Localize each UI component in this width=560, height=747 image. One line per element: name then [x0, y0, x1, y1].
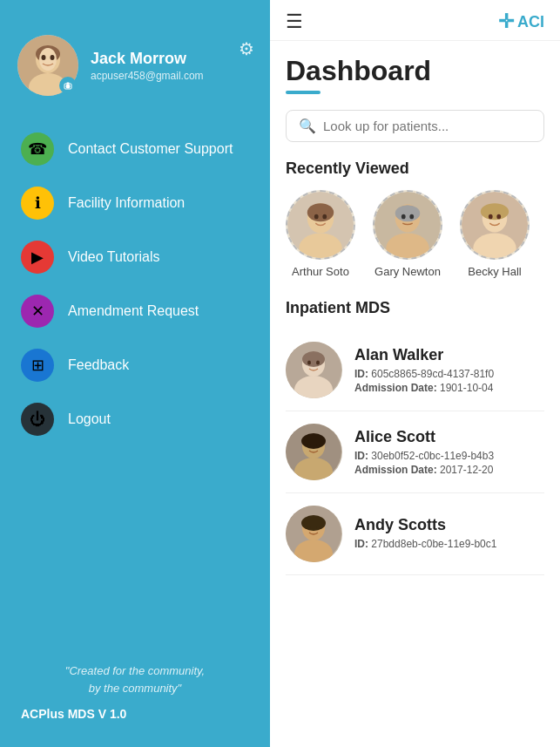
logo-text: ACI	[517, 13, 544, 31]
svg-point-21	[409, 214, 414, 220]
recently-viewed-title: Recently Viewed	[286, 160, 544, 178]
patient-admission: Admission Date: 2017-12-20	[354, 464, 544, 476]
svg-point-5	[42, 55, 46, 60]
search-input[interactable]	[323, 119, 531, 133]
contact-support-icon: ☎	[21, 132, 54, 166]
main-content-area: ☰ ✛ ACI Dashboard 🔍 Recently Viewed	[270, 0, 560, 747]
rv-avatar-gary	[373, 190, 442, 260]
recently-viewed-item[interactable]: Gary Newton	[373, 190, 442, 278]
svg-point-4	[39, 48, 57, 71]
facility-info-icon: ℹ	[21, 187, 54, 220]
sidebar: Jack Morrow acpuser458@gmail.com ⚙ ☎ Con…	[0, 0, 270, 747]
sidebar-version: ACPlus MDS V 1.0	[21, 707, 249, 721]
patient-card[interactable]: Alan Walker ID: 605c8865-89cd-4137-81f0 …	[286, 329, 544, 411]
profile-email: acpuser458@gmail.com	[91, 70, 253, 82]
sidebar-item-amendment-request[interactable]: ✕ Amendment Request	[0, 284, 270, 338]
sidebar-profile: Jack Morrow acpuser458@gmail.com ⚙	[0, 0, 270, 113]
svg-point-39	[316, 443, 320, 447]
avatar[interactable]	[17, 35, 78, 96]
sidebar-nav: ☎ Contact Customer Support ℹ Facility In…	[0, 113, 270, 645]
svg-point-33	[316, 361, 320, 365]
patient-name: Alice Scott	[354, 428, 544, 446]
svg-point-45	[316, 525, 320, 529]
patient-info-andy: Andy Scotts ID: 27bdd8eb-c0be-11e9-b0c1	[354, 516, 544, 552]
svg-point-27	[496, 214, 501, 220]
svg-point-12	[307, 203, 334, 221]
logout-icon: ⏻	[21, 403, 54, 436]
svg-rect-9	[67, 83, 70, 85]
patient-card[interactable]: Andy Scotts ID: 27bdd8eb-c0be-11e9-b0c1	[286, 493, 544, 575]
inpatient-section: Inpatient MDS Alan Walker	[286, 299, 544, 575]
svg-point-14	[314, 214, 319, 220]
logout-label: Logout	[68, 411, 111, 427]
svg-point-26	[489, 214, 493, 220]
patient-avatar-alan	[286, 342, 342, 398]
rv-name-gary: Gary Newton	[374, 265, 441, 278]
svg-point-43	[301, 515, 326, 531]
sidebar-item-logout[interactable]: ⏻ Logout	[0, 392, 270, 446]
svg-point-7	[66, 85, 71, 89]
profile-info: Jack Morrow acpuser458@gmail.com	[91, 50, 253, 82]
rv-name-becky: Becky Hall	[468, 265, 521, 278]
sidebar-item-facility-info[interactable]: ℹ Facility Information	[0, 176, 270, 230]
rv-avatar-becky	[460, 190, 530, 260]
patient-card[interactable]: Alice Scott ID: 30eb0f52-c0bc-11e9-b4b3 …	[286, 411, 544, 493]
patient-name: Andy Scotts	[354, 516, 544, 534]
patient-name: Alan Walker	[354, 346, 544, 364]
main-panel: Dashboard 🔍 Recently Viewed	[270, 41, 560, 589]
sidebar-item-video-tutorials[interactable]: ▶ Video Tutorials	[0, 230, 270, 284]
patient-admission: Admission Date: 1901-10-04	[354, 382, 544, 394]
logo-cross-icon: ✛	[498, 10, 514, 33]
patient-avatar-alice	[286, 424, 342, 480]
page-title: Dashboard	[286, 55, 544, 87]
inpatient-title: Inpatient MDS	[286, 299, 544, 317]
patient-info-alice: Alice Scott ID: 30eb0f52-c0bc-11e9-b4b3 …	[354, 428, 544, 476]
logo: ✛ ACI	[498, 10, 544, 33]
topbar: ☰ ✛ ACI	[270, 0, 560, 41]
svg-point-6	[51, 55, 55, 60]
amendment-request-label: Amendment Request	[68, 303, 199, 319]
amendment-request-icon: ✕	[21, 295, 54, 328]
svg-point-24	[481, 203, 509, 220]
feedback-label: Feedback	[68, 357, 129, 373]
patient-id: ID: 27bdd8eb-c0be-11e9-b0c1	[354, 538, 544, 550]
patient-avatar-andy	[286, 506, 342, 562]
search-bar[interactable]: 🔍	[286, 110, 544, 142]
patient-info-alan: Alan Walker ID: 605c8865-89cd-4137-81f0 …	[354, 346, 544, 394]
rv-avatar-arthur	[286, 190, 355, 260]
camera-icon[interactable]	[59, 77, 77, 94]
patient-id: ID: 605c8865-89cd-4137-81f0	[354, 368, 544, 380]
video-tutorials-label: Video Tutorials	[68, 249, 160, 265]
svg-point-18	[395, 205, 421, 221]
sidebar-tagline: "Created for the community, by the commu…	[21, 662, 249, 696]
profile-name: Jack Morrow	[91, 50, 253, 68]
patient-id: ID: 30eb0f52-c0bc-11e9-b4b3	[354, 450, 544, 462]
recently-viewed-list: Arthur Soto Gary Newton	[286, 190, 544, 278]
sidebar-footer: "Created for the community, by the commu…	[0, 645, 270, 747]
feedback-icon: ⊞	[21, 349, 54, 382]
title-underline	[286, 91, 320, 94]
contact-support-label: Contact Customer Support	[68, 141, 233, 157]
video-tutorials-icon: ▶	[21, 241, 54, 274]
svg-point-30	[302, 351, 325, 367]
search-icon: 🔍	[299, 118, 316, 134]
hamburger-icon[interactable]: ☰	[286, 10, 303, 33]
svg-point-37	[301, 433, 326, 449]
svg-point-38	[307, 443, 311, 447]
sidebar-item-contact-support[interactable]: ☎ Contact Customer Support	[0, 122, 270, 176]
sidebar-item-feedback[interactable]: ⊞ Feedback	[0, 338, 270, 392]
recently-viewed-item[interactable]: Becky Hall	[460, 190, 530, 278]
svg-point-15	[322, 214, 327, 220]
recently-viewed-item[interactable]: Arthur Soto	[286, 190, 355, 278]
svg-point-44	[307, 525, 311, 529]
svg-point-20	[401, 214, 406, 220]
gear-icon[interactable]: ⚙	[239, 38, 254, 59]
rv-name-arthur: Arthur Soto	[292, 265, 349, 278]
facility-info-label: Facility Information	[68, 195, 185, 211]
svg-point-32	[307, 361, 311, 365]
